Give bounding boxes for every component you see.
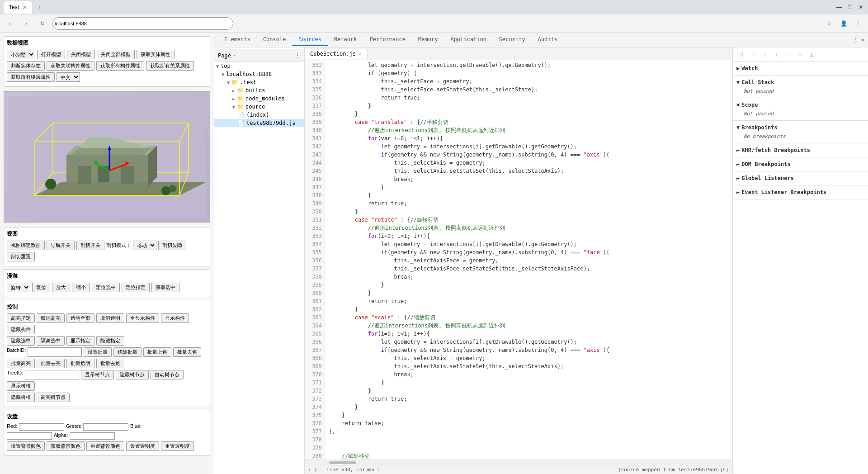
- xhr-breakpoints-toggle[interactable]: ► XHR/fetch Breakpoints: [736, 145, 864, 155]
- tree-item-node-modules[interactable]: ► 📁 node_modules: [214, 95, 304, 103]
- check-entity-exists-btn[interactable]: 判断实体存在: [7, 61, 45, 71]
- get-bg-color-btn[interactable]: 获取背景颜色: [47, 441, 85, 451]
- set-opacity-btn[interactable]: 设置透明度: [126, 441, 159, 451]
- show-specific-btn[interactable]: 显示指定: [66, 336, 94, 346]
- step-btn[interactable]: →: [783, 49, 793, 59]
- get-related-props-btn[interactable]: 获取关联构件属性: [47, 61, 94, 71]
- batch-decolor-btn[interactable]: 批量去色: [173, 347, 201, 357]
- tree-item-builds[interactable]: ► 📁 builds: [214, 86, 304, 95]
- locate-selected-btn[interactable]: 定位选中: [92, 283, 120, 292]
- lang-select[interactable]: 中文: [57, 72, 80, 82]
- get-all-relation-props-btn[interactable]: 获取所有关系属性: [146, 61, 194, 71]
- step-out-btn[interactable]: ↑: [772, 49, 782, 59]
- address-input[interactable]: [52, 17, 233, 30]
- bookmark-icon[interactable]: ☆: [823, 17, 835, 30]
- forward-button[interactable]: ›: [20, 17, 33, 30]
- dom-breakpoints-toggle[interactable]: ► DOM Breakpoints: [736, 159, 864, 169]
- tab-memory[interactable]: Memory: [412, 33, 444, 46]
- tab-elements[interactable]: Elements: [218, 33, 257, 46]
- tab-close-button[interactable]: ✕: [23, 5, 27, 10]
- event-listener-toggle[interactable]: ► Event Listener Breakpoints: [736, 187, 864, 197]
- close-all-models-btn[interactable]: 关闭全部模型: [97, 50, 135, 59]
- set-bg-color-btn[interactable]: 设置背景颜色: [7, 441, 45, 451]
- zoom-in-btn[interactable]: 放大: [52, 283, 70, 292]
- get-selected-btn[interactable]: 获取选中: [151, 283, 179, 292]
- get-floor-props-btn[interactable]: 获取所有楼层属性: [7, 72, 55, 82]
- curly-braces-icon[interactable]: { }: [308, 467, 317, 473]
- tab-network[interactable]: Network: [328, 33, 363, 46]
- tab-audits[interactable]: Audits: [532, 33, 564, 46]
- tab-security[interactable]: Security: [493, 33, 532, 46]
- hide-component-btn[interactable]: 隐藏构件: [7, 325, 35, 334]
- close-button[interactable]: ✕: [857, 4, 864, 11]
- more-tools-icon[interactable]: ⋮: [853, 37, 859, 43]
- tree-item-test[interactable]: ▼ 📁 .test: [214, 78, 304, 86]
- more-files-icon[interactable]: ⋮: [294, 52, 301, 59]
- show-tree-root-btn[interactable]: 显示树根: [7, 381, 35, 391]
- model-select[interactable]: 小别墅: [7, 50, 35, 59]
- source-tab-close[interactable]: ✕: [359, 51, 362, 57]
- remove-batch-btn[interactable]: 移除批量: [113, 347, 142, 357]
- hide-tree-node-btn[interactable]: 隐藏树节点: [116, 370, 149, 379]
- reset-btn[interactable]: 复位: [32, 283, 50, 292]
- get-all-component-props-btn[interactable]: 获取所有构件属性: [96, 61, 144, 71]
- show-component-btn[interactable]: 显示构件: [161, 313, 189, 323]
- tree-item-test-file[interactable]: 📄 teste98b79dd.js: [214, 119, 304, 127]
- cancel-highlight-btn[interactable]: 取消高亮: [37, 313, 65, 323]
- reload-button[interactable]: ↻: [36, 17, 49, 30]
- batch-id-input[interactable]: [28, 347, 82, 357]
- tab-application[interactable]: Application: [444, 33, 492, 46]
- step-over-btn[interactable]: ↷: [748, 49, 758, 59]
- maximize-button[interactable]: ❐: [846, 4, 854, 11]
- scope-toggle[interactable]: ▼ Scope: [736, 100, 864, 110]
- batch-highlight-btn[interactable]: 批量高亮: [7, 359, 35, 368]
- show-all-components-btn[interactable]: 全显示构件: [126, 313, 159, 323]
- tree-item-source[interactable]: ▼ 📁 source: [214, 103, 304, 111]
- source-tab-cube[interactable]: CubeSection.js ✕: [305, 49, 368, 59]
- rotate-select[interactable]: 旋转: [7, 283, 30, 292]
- alpha-input[interactable]: [70, 432, 115, 440]
- tree-item-index[interactable]: 📄 (index): [214, 111, 304, 119]
- batch-unhighlight-btn[interactable]: 批量去亮: [37, 359, 65, 368]
- h-scrollbar-thumb[interactable]: [329, 461, 356, 464]
- get-entity-props-btn[interactable]: 获取实体属性: [137, 50, 175, 59]
- view-bind-data-btn[interactable]: 视图绑定数据: [7, 241, 45, 250]
- tree-item-top[interactable]: ▼ top: [214, 62, 304, 70]
- reset-bg-color-btn[interactable]: 重置背景颜色: [86, 441, 124, 451]
- tree-item-localhost[interactable]: ▼ localhost:8888: [214, 70, 304, 78]
- isolate-selected-btn[interactable]: 隔离选中: [37, 336, 65, 346]
- tab-performance[interactable]: Performance: [363, 33, 412, 46]
- hide-selected-btn[interactable]: 隐藏选中: [7, 336, 35, 346]
- minimize-button[interactable]: —: [835, 4, 843, 11]
- show-tree-node-btn[interactable]: 显示树节点: [81, 370, 114, 379]
- tab-sources[interactable]: Sources: [292, 33, 328, 46]
- batch-untransparent-btn[interactable]: 批量去透: [96, 359, 124, 368]
- pause-on-exceptions-btn[interactable]: ⚠: [807, 49, 817, 59]
- breakpoints-toggle[interactable]: ▼ Breakpoints: [736, 123, 864, 133]
- highlight-tree-node-btn[interactable]: 高亮树节点: [37, 393, 70, 402]
- reset-opacity-btn[interactable]: 重置透明度: [161, 441, 194, 451]
- clip-mode-select[interactable]: 移动: [133, 241, 156, 250]
- global-listeners-toggle[interactable]: ► Global Listeners: [736, 173, 864, 183]
- deactivate-breakpoints-btn[interactable]: ⊘: [795, 49, 805, 59]
- green-input[interactable]: [83, 423, 128, 431]
- clip-reset-btn[interactable]: 剖切重置: [7, 252, 35, 261]
- back-button[interactable]: ‹: [4, 17, 16, 30]
- locate-specific-btn[interactable]: 定位指定: [122, 283, 150, 292]
- tree-id-input[interactable]: [25, 370, 79, 379]
- batch-transparent-btn[interactable]: 批量透明: [66, 359, 94, 368]
- menu-icon[interactable]: ⋮: [852, 17, 864, 30]
- tab-console[interactable]: Console: [257, 33, 292, 46]
- clip-show-hide-btn[interactable]: 剖切显隐: [158, 241, 186, 250]
- new-tab-button[interactable]: +: [34, 2, 45, 13]
- close-devtools-icon[interactable]: ✕: [861, 37, 864, 43]
- step-into-btn[interactable]: ↓: [760, 49, 770, 59]
- call-stack-toggle[interactable]: ▼ Call Stack: [736, 77, 864, 87]
- page-label[interactable]: Page: [218, 52, 231, 59]
- highlight-specific-btn[interactable]: 高亮指定: [7, 313, 35, 323]
- browser-tab[interactable]: Test ✕: [4, 1, 32, 14]
- close-model-btn[interactable]: 关闭模型: [67, 50, 95, 59]
- code-text[interactable]: let geometry = intersection.getDrawable(…: [325, 60, 732, 460]
- batch-color-btn[interactable]: 批量上色: [143, 347, 171, 357]
- set-batch-btn[interactable]: 设置批量: [84, 347, 112, 357]
